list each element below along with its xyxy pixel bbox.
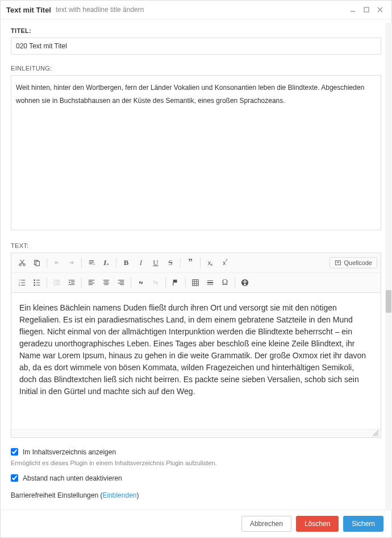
- title-label: TITEL:: [11, 27, 381, 34]
- accessibility-settings-row: Barrierefreiheit Einstellungen (Einblend…: [11, 491, 381, 499]
- svg-rect-9: [36, 261, 39, 266]
- svg-point-4: [19, 264, 22, 266]
- editor-toolbar: I× B I U S ” x₂ x² Que: [11, 253, 381, 293]
- table-icon[interactable]: [189, 276, 202, 289]
- svg-text:3: 3: [19, 284, 20, 287]
- cancel-button[interactable]: Abbrechen: [241, 516, 291, 532]
- accessibility-icon[interactable]: [238, 276, 252, 289]
- show-in-toc-label: Im Inhaltsverzeichnis anzeigen: [23, 448, 116, 456]
- intro-textarea[interactable]: [11, 75, 381, 230]
- dialog-header: Text mit Titel text with headline title …: [1, 1, 391, 19]
- dialog-body: TITEL: EINLEITUNG: TEXT:: [1, 19, 391, 510]
- scrollbar-track[interactable]: [385, 23, 392, 511]
- remove-format-icon[interactable]: I×: [99, 256, 113, 270]
- outdent-icon[interactable]: [50, 276, 64, 289]
- intro-field-group: EINLEITUNG:: [11, 65, 381, 232]
- resize-handle-icon[interactable]: [373, 431, 378, 436]
- quote-icon[interactable]: ”: [184, 256, 197, 270]
- source-icon: [335, 259, 341, 266]
- svg-rect-51: [193, 280, 199, 286]
- close-button[interactable]: [374, 4, 386, 15]
- align-right-icon[interactable]: [114, 276, 128, 289]
- link-icon[interactable]: [134, 276, 148, 289]
- bullet-list-icon[interactable]: [30, 276, 44, 289]
- title-field-group: TITEL:: [11, 27, 381, 55]
- align-center-icon[interactable]: [99, 276, 113, 289]
- superscript-icon[interactable]: x²: [218, 256, 232, 270]
- underline-icon[interactable]: U: [149, 256, 162, 270]
- hr-icon[interactable]: [203, 276, 217, 289]
- show-in-toc-checkbox[interactable]: [11, 448, 18, 456]
- accessibility-suffix: ): [136, 491, 139, 499]
- show-in-toc-help: Ermöglicht es dieses Plugin in einem Inh…: [11, 460, 381, 466]
- richtext-editor: I× B I U S ” x₂ x² Que: [11, 253, 381, 438]
- delete-button[interactable]: Löschen: [296, 516, 339, 532]
- numbered-list-icon[interactable]: 123: [15, 276, 29, 289]
- source-label: Quellcode: [344, 259, 372, 266]
- format-icon[interactable]: [85, 256, 98, 270]
- cut-icon[interactable]: [15, 256, 29, 270]
- source-button[interactable]: Quellcode: [330, 257, 377, 268]
- dialog-window: Text mit Titel text with headline title …: [0, 0, 392, 538]
- copy-icon[interactable]: [30, 256, 44, 270]
- svg-point-5: [23, 264, 26, 266]
- text-label: TEXT:: [11, 242, 381, 249]
- dialog-footer: Abbrechen Löschen Sichern: [1, 510, 391, 537]
- bold-icon[interactable]: B: [119, 256, 133, 270]
- undo-icon[interactable]: [50, 256, 64, 270]
- editor-resize-bar: [11, 429, 381, 437]
- disable-spacing-label: Abstand nach unten deaktivieren: [23, 474, 122, 482]
- unlink-icon[interactable]: [149, 276, 162, 289]
- editor-content[interactable]: Ein kleines Bächlein namens Duden fließt…: [11, 293, 381, 429]
- special-char-icon[interactable]: Ω: [218, 276, 232, 289]
- accessibility-toggle-link[interactable]: Einblenden: [102, 491, 136, 499]
- svg-line-7: [20, 260, 24, 264]
- indent-icon[interactable]: [65, 276, 78, 289]
- save-button[interactable]: Sichern: [343, 516, 383, 532]
- dialog-title: Text mit Titel: [6, 6, 51, 14]
- disable-spacing-row: Abstand nach unten deaktivieren: [11, 474, 381, 482]
- svg-rect-1: [364, 7, 369, 12]
- svg-rect-49: [173, 280, 177, 283]
- align-left-icon[interactable]: [85, 276, 98, 289]
- toolbar-row-1: I× B I U S ” x₂ x² Que: [11, 253, 381, 272]
- show-in-toc-row: Im Inhaltsverzeichnis anzeigen: [11, 448, 381, 456]
- anchor-icon[interactable]: [169, 276, 182, 289]
- maximize-button[interactable]: [361, 4, 372, 15]
- svg-line-6: [21, 260, 24, 264]
- title-input[interactable]: [11, 38, 381, 55]
- italic-icon[interactable]: I: [134, 256, 148, 270]
- svg-point-60: [244, 280, 246, 282]
- dialog-subtitle: text with headline title ändern: [56, 6, 144, 14]
- redo-icon[interactable]: [65, 256, 78, 270]
- disable-spacing-checkbox[interactable]: [11, 474, 18, 482]
- strike-icon[interactable]: S: [164, 256, 177, 270]
- subscript-icon[interactable]: x₂: [203, 256, 217, 270]
- intro-label: EINLEITUNG:: [11, 65, 381, 72]
- minimize-button[interactable]: [347, 4, 358, 15]
- scrollbar-thumb[interactable]: [386, 290, 391, 313]
- accessibility-prefix: Barrierefreiheit Einstellungen (: [11, 491, 102, 499]
- text-field-group: TEXT: I× B I U: [11, 242, 381, 438]
- svg-point-24: [34, 284, 35, 286]
- toolbar-row-2: 123: [11, 272, 381, 292]
- svg-point-22: [34, 279, 35, 281]
- svg-point-23: [34, 282, 35, 283]
